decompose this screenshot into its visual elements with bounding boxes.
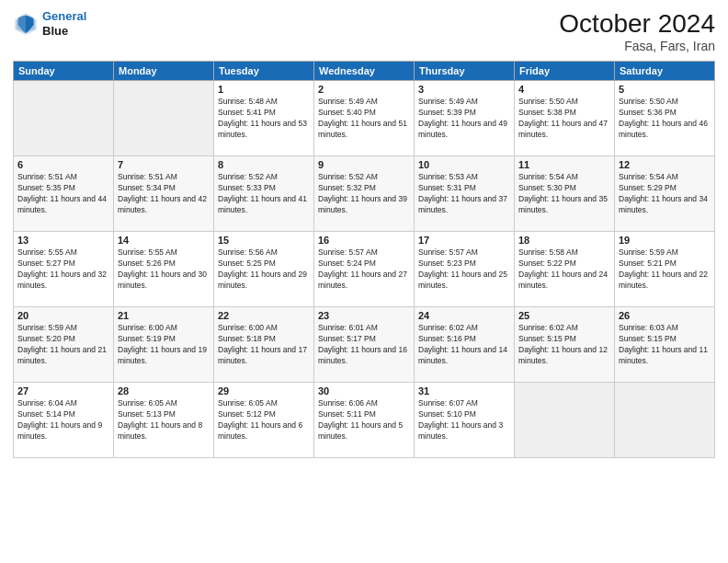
day-info: Sunrise: 5:51 AMSunset: 5:35 PMDaylight:… xyxy=(17,172,109,216)
day-number: 20 xyxy=(17,310,109,321)
sunrise-text: Sunrise: 6:04 AM xyxy=(17,398,109,409)
col-thursday: Thursday xyxy=(415,62,515,81)
day-info: Sunrise: 5:59 AMSunset: 5:21 PMDaylight:… xyxy=(619,247,711,292)
day-number: 5 xyxy=(619,84,711,95)
calendar-cell: 16Sunrise: 5:57 AMSunset: 5:24 PMDayligh… xyxy=(314,232,415,307)
daylight-text: Daylight: 11 hours and 22 minutes. xyxy=(619,270,711,292)
calendar-cell: 1Sunrise: 5:48 AMSunset: 5:41 PMDaylight… xyxy=(214,81,314,156)
day-info: Sunrise: 5:48 AMSunset: 5:41 PMDaylight:… xyxy=(218,97,310,141)
sunrise-text: Sunrise: 5:52 AM xyxy=(318,172,410,183)
day-info: Sunrise: 6:01 AMSunset: 5:17 PMDaylight:… xyxy=(318,323,410,367)
col-wednesday: Wednesday xyxy=(314,62,415,81)
sunrise-text: Sunrise: 5:57 AM xyxy=(318,247,410,259)
day-info: Sunrise: 5:50 AMSunset: 5:38 PMDaylight:… xyxy=(518,97,610,141)
sunrise-text: Sunrise: 6:05 AM xyxy=(118,398,210,409)
sunset-text: Sunset: 5:31 PM xyxy=(418,183,510,194)
day-info: Sunrise: 6:05 AMSunset: 5:13 PMDaylight:… xyxy=(118,398,210,442)
sunrise-text: Sunrise: 5:55 AM xyxy=(118,247,210,259)
sunrise-text: Sunrise: 5:53 AM xyxy=(418,172,510,183)
daylight-text: Daylight: 11 hours and 21 minutes. xyxy=(17,345,109,367)
sunrise-text: Sunrise: 5:49 AM xyxy=(418,97,510,108)
sunset-text: Sunset: 5:35 PM xyxy=(17,183,109,194)
day-number: 3 xyxy=(418,84,510,95)
sunset-text: Sunset: 5:24 PM xyxy=(318,259,410,270)
sunset-text: Sunset: 5:12 PM xyxy=(218,409,310,420)
daylight-text: Daylight: 11 hours and 9 minutes. xyxy=(17,420,109,442)
sunset-text: Sunset: 5:36 PM xyxy=(619,108,711,119)
day-info: Sunrise: 6:02 AMSunset: 5:16 PMDaylight:… xyxy=(418,323,510,367)
calendar-cell: 15Sunrise: 5:56 AMSunset: 5:25 PMDayligh… xyxy=(214,232,314,307)
calendar-cell xyxy=(114,81,214,156)
sunset-text: Sunset: 5:29 PM xyxy=(619,183,711,194)
col-friday: Friday xyxy=(515,62,615,81)
calendar-cell: 31Sunrise: 6:07 AMSunset: 5:10 PMDayligh… xyxy=(415,383,515,458)
day-number: 24 xyxy=(418,310,510,321)
day-info: Sunrise: 5:53 AMSunset: 5:31 PMDaylight:… xyxy=(418,172,510,216)
day-number: 4 xyxy=(518,84,610,95)
month-title: October 2024 xyxy=(559,9,715,39)
daylight-text: Daylight: 11 hours and 39 minutes. xyxy=(318,194,410,216)
day-number: 31 xyxy=(418,385,510,396)
day-info: Sunrise: 6:04 AMSunset: 5:14 PMDaylight:… xyxy=(17,398,109,442)
sunset-text: Sunset: 5:15 PM xyxy=(619,334,711,345)
sunset-text: Sunset: 5:30 PM xyxy=(518,183,610,194)
sunset-text: Sunset: 5:10 PM xyxy=(418,409,510,420)
calendar-cell xyxy=(515,383,615,458)
day-number: 26 xyxy=(619,310,711,321)
daylight-text: Daylight: 11 hours and 29 minutes. xyxy=(218,270,310,292)
day-number: 9 xyxy=(318,159,410,170)
col-tuesday: Tuesday xyxy=(214,62,314,81)
sunrise-text: Sunrise: 6:02 AM xyxy=(518,323,610,334)
sunrise-text: Sunrise: 5:50 AM xyxy=(518,97,610,108)
day-info: Sunrise: 5:54 AMSunset: 5:30 PMDaylight:… xyxy=(518,172,610,216)
calendar-week-1: 1Sunrise: 5:48 AMSunset: 5:41 PMDaylight… xyxy=(14,81,715,156)
day-info: Sunrise: 5:56 AMSunset: 5:25 PMDaylight:… xyxy=(218,247,310,292)
calendar-cell: 13Sunrise: 5:55 AMSunset: 5:27 PMDayligh… xyxy=(14,232,114,307)
sunset-text: Sunset: 5:15 PM xyxy=(518,334,610,345)
daylight-text: Daylight: 11 hours and 53 minutes. xyxy=(218,119,310,141)
day-number: 10 xyxy=(418,159,510,170)
sunrise-text: Sunrise: 6:00 AM xyxy=(118,323,210,334)
day-number: 23 xyxy=(318,310,410,321)
title-block: October 2024 Fasa, Fars, Iran xyxy=(559,9,715,53)
sunset-text: Sunset: 5:13 PM xyxy=(118,409,210,420)
day-number: 19 xyxy=(619,235,711,246)
day-number: 25 xyxy=(518,310,610,321)
sunrise-text: Sunrise: 6:07 AM xyxy=(418,398,510,409)
day-info: Sunrise: 6:02 AMSunset: 5:15 PMDaylight:… xyxy=(518,323,610,367)
calendar-cell: 10Sunrise: 5:53 AMSunset: 5:31 PMDayligh… xyxy=(415,156,515,232)
calendar-cell: 3Sunrise: 5:49 AMSunset: 5:39 PMDaylight… xyxy=(415,81,515,156)
day-info: Sunrise: 5:55 AMSunset: 5:27 PMDaylight:… xyxy=(17,247,109,292)
day-info: Sunrise: 5:49 AMSunset: 5:39 PMDaylight:… xyxy=(418,97,510,141)
logo-icon xyxy=(13,11,39,37)
day-info: Sunrise: 5:55 AMSunset: 5:26 PMDaylight:… xyxy=(118,247,210,292)
daylight-text: Daylight: 11 hours and 16 minutes. xyxy=(318,345,410,367)
calendar-cell: 6Sunrise: 5:51 AMSunset: 5:35 PMDaylight… xyxy=(14,156,114,232)
day-number: 18 xyxy=(518,235,610,246)
day-info: Sunrise: 6:06 AMSunset: 5:11 PMDaylight:… xyxy=(318,398,410,442)
day-info: Sunrise: 5:57 AMSunset: 5:24 PMDaylight:… xyxy=(318,247,410,292)
day-info: Sunrise: 5:54 AMSunset: 5:29 PMDaylight:… xyxy=(619,172,711,216)
calendar-cell: 21Sunrise: 6:00 AMSunset: 5:19 PMDayligh… xyxy=(114,307,214,383)
daylight-text: Daylight: 11 hours and 51 minutes. xyxy=(318,119,410,141)
sunrise-text: Sunrise: 5:49 AM xyxy=(318,97,410,108)
daylight-text: Daylight: 11 hours and 47 minutes. xyxy=(518,119,610,141)
sunrise-text: Sunrise: 5:50 AM xyxy=(619,97,711,108)
day-info: Sunrise: 5:50 AMSunset: 5:36 PMDaylight:… xyxy=(619,97,711,141)
day-number: 2 xyxy=(318,84,410,95)
sunrise-text: Sunrise: 6:03 AM xyxy=(619,323,711,334)
sunrise-text: Sunrise: 5:51 AM xyxy=(17,172,109,183)
sunset-text: Sunset: 5:18 PM xyxy=(218,334,310,345)
sunset-text: Sunset: 5:26 PM xyxy=(118,259,210,270)
calendar-week-5: 27Sunrise: 6:04 AMSunset: 5:14 PMDayligh… xyxy=(14,383,715,458)
calendar-header-row: Sunday Monday Tuesday Wednesday Thursday… xyxy=(14,62,715,81)
sunrise-text: Sunrise: 5:59 AM xyxy=(17,323,109,334)
calendar-cell: 7Sunrise: 5:51 AMSunset: 5:34 PMDaylight… xyxy=(114,156,214,232)
calendar-cell: 5Sunrise: 5:50 AMSunset: 5:36 PMDaylight… xyxy=(615,81,715,156)
day-number: 13 xyxy=(17,235,109,246)
daylight-text: Daylight: 11 hours and 41 minutes. xyxy=(218,194,310,216)
sunrise-text: Sunrise: 5:57 AM xyxy=(418,247,510,259)
sunset-text: Sunset: 5:25 PM xyxy=(218,259,310,270)
sunset-text: Sunset: 5:22 PM xyxy=(518,259,610,270)
daylight-text: Daylight: 11 hours and 14 minutes. xyxy=(418,345,510,367)
